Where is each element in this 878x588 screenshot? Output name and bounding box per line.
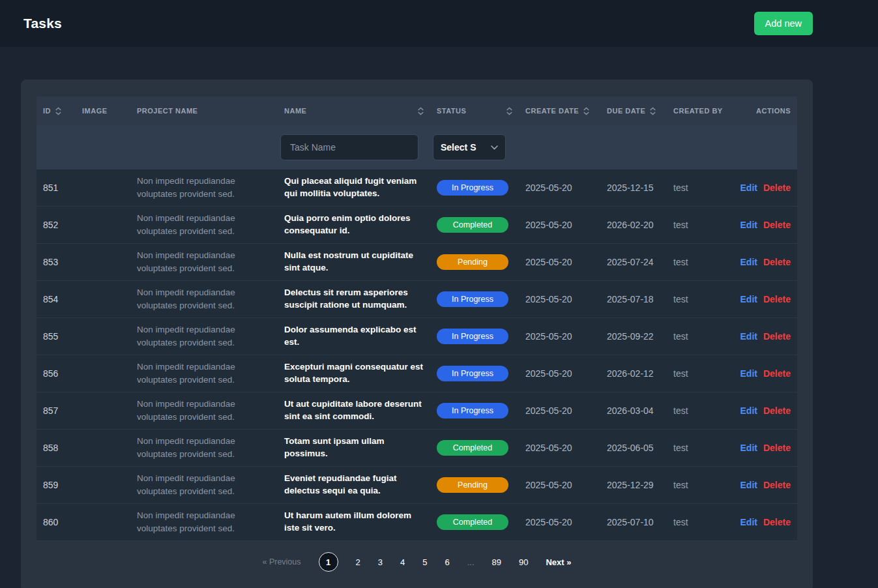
status-filter-cell: Select S	[430, 134, 519, 160]
edit-link[interactable]: Edit	[740, 517, 757, 527]
due-date: 2025-07-18	[600, 289, 667, 310]
column-label: CREATED BY	[673, 107, 723, 115]
edit-link[interactable]: Edit	[740, 220, 757, 230]
actions-cell: Edit Delete	[732, 289, 797, 310]
project-name: Non impedit repudiandae voluptates provi…	[130, 504, 278, 540]
task-name: Delectus sit rerum asperiores suscipit r…	[278, 282, 430, 317]
created-by: test	[667, 289, 732, 310]
create-date: 2025-05-20	[519, 289, 600, 310]
column-label: STATUS	[437, 107, 466, 115]
column-header-create-date[interactable]: CREATE DATE	[519, 107, 600, 115]
pagination-page-5[interactable]: 5	[422, 557, 427, 567]
task-image-cell	[76, 480, 130, 490]
pagination-next[interactable]: Next »	[546, 557, 571, 567]
create-date: 2025-05-20	[519, 214, 600, 235]
sort-icon[interactable]	[506, 107, 512, 115]
due-date: 2025-07-24	[600, 252, 667, 272]
delete-link[interactable]: Delete	[763, 368, 791, 379]
task-id: 853	[37, 252, 76, 272]
delete-link[interactable]: Delete	[763, 294, 791, 304]
task-id: 858	[37, 437, 76, 458]
status-cell: Pending	[430, 472, 519, 498]
pagination-page-3[interactable]: 3	[378, 557, 383, 567]
pagination-page-4[interactable]: 4	[400, 557, 405, 567]
delete-link[interactable]: Delete	[763, 480, 791, 490]
status-badge: Completed	[437, 440, 508, 456]
task-image-cell	[76, 517, 130, 527]
table-row: 855 Non impedit repudiandae voluptates p…	[37, 318, 797, 355]
sort-icon[interactable]	[650, 107, 656, 115]
create-date: 2025-05-20	[519, 326, 600, 347]
created-by: test	[667, 177, 732, 198]
column-header-project-name: PROJECT NAME	[130, 107, 278, 115]
column-header-id[interactable]: ID	[37, 107, 76, 115]
sort-icon[interactable]	[55, 107, 61, 115]
delete-link[interactable]: Delete	[763, 517, 791, 527]
task-name: Qui placeat aliquid fugit veniam qui mol…	[278, 170, 430, 205]
due-date: 2026-02-20	[600, 214, 667, 235]
delete-link[interactable]: Delete	[763, 220, 791, 230]
edit-link[interactable]: Edit	[740, 257, 757, 267]
pagination-page-90[interactable]: 90	[519, 557, 528, 567]
project-name: Non impedit repudiandae voluptates provi…	[130, 318, 278, 354]
column-header-status[interactable]: STATUS	[430, 107, 519, 115]
pagination-page-89[interactable]: 89	[492, 557, 501, 567]
delete-link[interactable]: Delete	[763, 331, 791, 342]
create-date: 2025-05-20	[519, 437, 600, 458]
pagination-page-1[interactable]: 1	[319, 552, 338, 572]
task-name: Dolor assumenda explicabo est est.	[278, 319, 430, 354]
delete-link[interactable]: Delete	[763, 183, 791, 193]
column-label: IMAGE	[82, 107, 108, 115]
actions-cell: Edit Delete	[732, 177, 797, 198]
task-name: Eveniet repudiandae fugiat delectus sequ…	[278, 467, 430, 503]
project-name: Non impedit repudiandae voluptates provi…	[130, 467, 278, 503]
column-header-due-date[interactable]: DUE DATE	[600, 107, 667, 115]
sort-icon[interactable]	[418, 107, 424, 115]
project-name: Non impedit repudiandae voluptates provi…	[130, 355, 278, 391]
actions-cell: Edit Delete	[732, 326, 797, 347]
delete-link[interactable]: Delete	[763, 443, 791, 453]
sort-icon[interactable]	[583, 107, 589, 115]
project-name: Non impedit repudiandae voluptates provi…	[130, 207, 278, 243]
pagination-page-2[interactable]: 2	[356, 557, 360, 567]
pagination-page-6[interactable]: 6	[445, 557, 449, 567]
table-row: 859 Non impedit repudiandae voluptates p…	[37, 467, 797, 504]
edit-link[interactable]: Edit	[740, 405, 757, 416]
status-badge: Completed	[437, 514, 508, 530]
delete-link[interactable]: Delete	[763, 405, 791, 416]
create-date: 2025-05-20	[519, 363, 600, 384]
create-date: 2025-05-20	[519, 177, 600, 198]
column-label: CREATE DATE	[525, 107, 579, 115]
actions-cell: Edit Delete	[732, 363, 797, 384]
edit-link[interactable]: Edit	[740, 183, 757, 193]
status-badge: In Progress	[437, 291, 508, 307]
status-cell: In Progress	[430, 360, 519, 387]
due-date: 2025-09-22	[600, 326, 667, 347]
content-area: IDIMAGEPROJECT NAMENAMESTATUSCREATE DATE…	[0, 80, 878, 588]
column-header-name[interactable]: NAME	[278, 107, 430, 115]
edit-link[interactable]: Edit	[740, 368, 757, 379]
status-cell: Completed	[430, 212, 519, 238]
pagination-previous[interactable]: « Previous	[262, 557, 300, 566]
tasks-card: IDIMAGEPROJECT NAMENAMESTATUSCREATE DATE…	[21, 80, 813, 588]
create-date: 2025-05-20	[519, 252, 600, 272]
table-row: 856 Non impedit repudiandae voluptates p…	[37, 355, 797, 392]
edit-link[interactable]: Edit	[740, 443, 757, 453]
actions-cell: Edit Delete	[732, 437, 797, 458]
add-new-button[interactable]: Add new	[754, 12, 813, 35]
edit-link[interactable]: Edit	[740, 331, 757, 342]
edit-link[interactable]: Edit	[740, 294, 757, 304]
column-header-actions: ACTIONS	[732, 107, 797, 115]
status-badge: In Progress	[437, 329, 508, 344]
table-row: 857 Non impedit repudiandae voluptates p…	[37, 392, 797, 430]
task-name-filter-input[interactable]	[280, 134, 418, 160]
table-row: 852 Non impedit repudiandae voluptates p…	[37, 207, 797, 244]
task-image-cell	[76, 294, 130, 304]
status-badge: Completed	[437, 217, 508, 233]
table-header: IDIMAGEPROJECT NAMENAMESTATUSCREATE DATE…	[37, 96, 797, 125]
edit-link[interactable]: Edit	[740, 480, 757, 490]
status-filter-select[interactable]: Select S	[433, 134, 506, 160]
delete-link[interactable]: Delete	[763, 257, 791, 267]
actions-cell: Edit Delete	[732, 475, 797, 495]
status-filter-value: Select S	[441, 142, 476, 153]
